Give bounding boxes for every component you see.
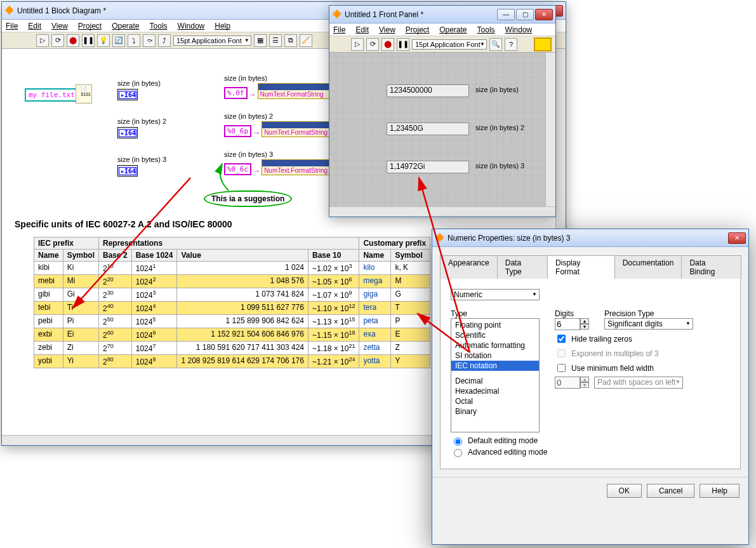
- abort-button[interactable]: ⬤: [67, 34, 79, 47]
- retain-values-button[interactable]: 🔄: [112, 34, 125, 47]
- menu-operate[interactable]: Operate: [438, 25, 468, 34]
- spinner-down-icon[interactable]: ▼: [580, 324, 589, 330]
- pause-button[interactable]: ❚❚: [397, 38, 409, 51]
- table-row: yobiYi280102481 208 925 819 614 629 174 …: [34, 355, 430, 368]
- menu-project[interactable]: Project: [77, 22, 103, 30]
- label-size-2: size (in bytes) 2: [117, 117, 166, 125]
- indicator-value-1[interactable]: 1234500000: [387, 84, 469, 97]
- ok-button[interactable]: OK: [607, 484, 642, 498]
- table-row: kibiKi210102411 024~1.02 × 103kilok, K: [34, 262, 430, 275]
- close-button[interactable]: ✕: [728, 232, 746, 244]
- abort-button[interactable]: ⬤: [381, 38, 394, 51]
- default-editing-radio[interactable]: [454, 438, 462, 446]
- list-item[interactable]: Floating point: [451, 320, 539, 330]
- fp-titlebar[interactable]: 🔶 Untitled 1 Front Panel * — ▢ ✕: [329, 6, 555, 23]
- string-constant-file[interactable]: my file.txt: [25, 88, 79, 102]
- list-item[interactable]: Hexadecimal: [451, 386, 539, 396]
- list-item[interactable]: SI notation: [451, 351, 539, 361]
- digits-input[interactable]: [555, 318, 580, 330]
- tab-appearance[interactable]: Appearance: [440, 255, 498, 279]
- format-constant-1[interactable]: %.0f: [224, 87, 248, 99]
- fp-scrollbar-vertical[interactable]: [545, 53, 555, 206]
- help-button[interactable]: Help: [700, 484, 739, 498]
- fp-scrollbar-horizontal[interactable]: [329, 206, 555, 217]
- menu-view[interactable]: View: [50, 22, 69, 30]
- list-item[interactable]: Decimal: [451, 376, 539, 386]
- property-node-1[interactable]: NumText.FormatString: [258, 83, 340, 99]
- fp-canvas[interactable]: 1234500000 size (in bytes) 1,23450G size…: [329, 53, 555, 217]
- menu-window[interactable]: Window: [176, 22, 206, 30]
- spinner-up-icon[interactable]: ▲: [580, 318, 589, 324]
- iec-table: IEC prefix Representations Customary pre…: [34, 237, 430, 368]
- align-button[interactable]: ▦: [254, 34, 267, 47]
- advanced-editing-radio[interactable]: [454, 449, 462, 457]
- indicator-value-2[interactable]: 1,23450G: [387, 123, 469, 135]
- list-item[interactable]: Scientific: [451, 330, 539, 340]
- format-constant-2[interactable]: %0_6p: [224, 125, 251, 137]
- type-list[interactable]: Floating pointScientificAutomatic format…: [451, 318, 540, 432]
- list-item[interactable]: Octal: [451, 396, 539, 406]
- distribute-button[interactable]: ☰: [269, 34, 282, 47]
- col-representations: Representations: [99, 237, 359, 250]
- menu-project[interactable]: Project: [404, 25, 430, 34]
- menu-file[interactable]: File: [332, 25, 347, 34]
- format-constant-3[interactable]: %0_6c: [224, 163, 251, 175]
- vi-icon[interactable]: [534, 37, 552, 51]
- run-continuous-button[interactable]: ⟳: [51, 34, 64, 47]
- list-item[interactable]: Automatic formatting: [451, 340, 539, 351]
- highlight-exec-button[interactable]: 💡: [97, 34, 110, 47]
- precision-label: Precision Type: [604, 309, 693, 318]
- list-item[interactable]: IEC notation: [451, 361, 539, 371]
- help-button[interactable]: ?: [505, 38, 517, 51]
- indicator-size-1[interactable]: ▸I64: [117, 89, 138, 100]
- step-out-button[interactable]: ⤴: [158, 34, 171, 47]
- digits-label: Digits: [555, 309, 589, 318]
- step-over-button[interactable]: ⤼: [143, 34, 156, 47]
- tab-display-format[interactable]: Display Format: [547, 255, 615, 279]
- indicator-value-3[interactable]: 1,14972Gi: [387, 161, 469, 173]
- dlg-titlebar[interactable]: 🔶 Numeric Properties: size (in bytes) 3 …: [432, 229, 748, 247]
- menu-operate[interactable]: Operate: [110, 22, 140, 30]
- indicator-label-3: size (in bytes) 3: [475, 162, 524, 170]
- font-dropdown[interactable]: 15pt Application Font: [173, 36, 251, 46]
- category-dropdown[interactable]: Numeric: [451, 289, 540, 300]
- hide-trailing-zeros-checkbox[interactable]: [557, 335, 566, 343]
- maximize-button[interactable]: ▢: [516, 9, 534, 20]
- pause-button[interactable]: ❚❚: [82, 34, 95, 47]
- list-item[interactable]: Binary: [451, 406, 539, 417]
- file-size-node[interactable]: 📄 0101: [76, 84, 92, 104]
- cleanup-button[interactable]: 🧹: [300, 34, 312, 47]
- menu-window[interactable]: Window: [504, 25, 534, 34]
- menu-edit[interactable]: Edit: [354, 25, 370, 34]
- tab-data-type[interactable]: Data Type: [497, 255, 548, 279]
- close-button[interactable]: ✕: [535, 9, 553, 20]
- digits-spinner[interactable]: ▲▼: [555, 318, 589, 330]
- font-dropdown[interactable]: 15pt Application Font: [412, 39, 487, 50]
- min-field-width-checkbox[interactable]: [557, 364, 566, 372]
- cancel-button[interactable]: Cancel: [647, 484, 694, 498]
- run-continuous-button[interactable]: ⟳: [366, 38, 379, 51]
- menu-view[interactable]: View: [378, 25, 397, 34]
- indicator-size-2[interactable]: ▸I64: [117, 127, 138, 138]
- run-button[interactable]: ▷: [36, 34, 49, 47]
- run-button[interactable]: ▷: [351, 38, 364, 51]
- exponent-multiples-checkbox: [557, 349, 566, 358]
- menu-help[interactable]: Help: [213, 22, 232, 30]
- reorder-button[interactable]: ⧉: [284, 34, 297, 47]
- menu-tools[interactable]: Tools: [149, 22, 169, 30]
- search-button[interactable]: 🔍: [489, 38, 502, 51]
- iec-subheader-row: NameSymbol Base 2Base 1024 ValueBase 10 …: [34, 250, 430, 262]
- suggestion-callout: This ia a suggestion: [204, 190, 292, 207]
- type-label: Type: [451, 309, 540, 318]
- step-into-button[interactable]: ⤵: [128, 34, 140, 47]
- minimize-button[interactable]: —: [497, 9, 515, 20]
- precision-dropdown[interactable]: Significant digits: [604, 318, 693, 330]
- advanced-editing-label: Advanced editing mode: [468, 448, 547, 457]
- menu-tools[interactable]: Tools: [476, 25, 496, 34]
- indicator-size-3[interactable]: ▸I64: [117, 165, 138, 177]
- label-size-3: size (in bytes) 3: [117, 156, 166, 163]
- menu-edit[interactable]: Edit: [27, 22, 43, 30]
- tab-data-binding[interactable]: Data Binding: [681, 255, 741, 279]
- menu-file[interactable]: File: [4, 22, 19, 30]
- tab-documentation[interactable]: Documentation: [614, 255, 682, 279]
